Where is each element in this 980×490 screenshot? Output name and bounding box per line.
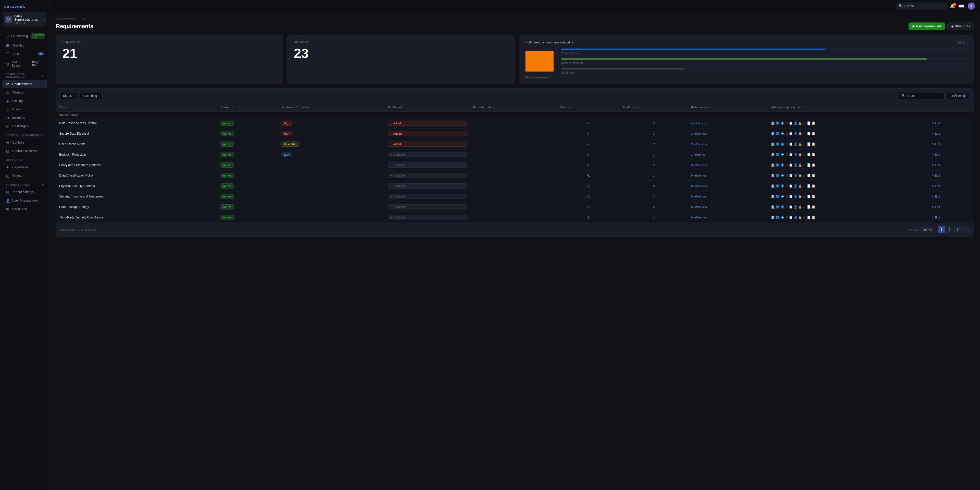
volatile-icon: ↑ (390, 121, 392, 124)
edit-button[interactable]: ✎ Edit (932, 205, 970, 209)
references-count: 0 references (691, 195, 707, 198)
page-3-button[interactable]: 3 (954, 226, 961, 233)
cell-status: Active (218, 150, 278, 160)
new-requirement-button[interactable]: ⊕ New requirement (908, 22, 945, 30)
cell-control: ✓ (557, 129, 620, 139)
col-references[interactable]: References ▾ (688, 103, 768, 112)
table-search[interactable]: 🔍 (899, 92, 945, 99)
pending-chart-label: Pending assessment (525, 76, 549, 79)
no-fulfilment-label: No fulfilment (561, 71, 968, 74)
references-count: 4 references (691, 121, 707, 124)
cell-control: ✓ (557, 160, 620, 171)
cell-status: Active (218, 118, 278, 129)
cell-references: 1 reference (688, 150, 768, 160)
affected-object-types: 🏛️ 🔵 💠 🖥 📋 👤 🔒 🖨 📄 📋 (771, 215, 926, 219)
sidebar-item-onboarding[interactable]: ⬡ Onboarding Complete now (2, 31, 48, 41)
table-search-input[interactable] (907, 94, 942, 97)
per-page-select[interactable]: 10 25 50 (921, 227, 933, 232)
control-ok-icon: ✓ (587, 121, 590, 125)
sidebar-item-requirements[interactable]: ⚖ Requirements (2, 80, 48, 88)
edit-button[interactable]: ✎ Edit (932, 142, 970, 146)
global-search[interactable]: 🔍 (896, 3, 947, 10)
cell-expiration (470, 118, 557, 129)
objects-icon: ◫ (6, 174, 10, 178)
sidebar-item-label: Findings (12, 99, 24, 103)
fulfilment-badge: ···Unknown (388, 184, 467, 188)
workspace-selector[interactable]: SS SaaS Superstructures Group, Inc. ▾ (3, 12, 47, 27)
collapse-icon[interactable]: ▾ (42, 159, 44, 162)
status-badge: Active (221, 152, 234, 157)
collapse-icon[interactable]: ▾ (42, 74, 44, 77)
sidebar-item-risks[interactable]: ◇ Risks (2, 105, 48, 113)
status-badge: Active (221, 173, 234, 178)
sidebar-item-capabilities[interactable]: ✦ Capabilities (2, 163, 48, 171)
language-flag[interactable] (959, 4, 964, 8)
sidebar-item-tenant-settings[interactable]: ⊟ Tenant settings (2, 188, 48, 196)
sidebar-item-challenges[interactable]: ⬡ Challenges (2, 122, 48, 130)
search-input[interactable] (904, 4, 944, 8)
sidebar-back-button[interactable]: ‹ (44, 4, 45, 9)
edit-button[interactable]: ✎ Edit (932, 163, 970, 167)
unknown-icon: ··· (390, 153, 393, 156)
col-title[interactable]: Title ▾ (56, 103, 218, 112)
sidebar-item-threats[interactable]: ⚠ Threats (2, 88, 48, 97)
sort-dropdown[interactable]: Ascending ▾ (80, 92, 103, 99)
cell-object-types: 🏛️ 🔵 💠 🖥 📋 👤 🔒 🖨 📄 📋 (768, 139, 929, 150)
page-header: Requirements ⊕ New requirement ◈ Bluepri… (56, 22, 974, 30)
cell-criticality (278, 181, 385, 192)
page-2-button[interactable]: 2 (946, 226, 953, 233)
sidebar-item-controls[interactable]: ⊛ Controls (2, 139, 48, 147)
collapse-icon[interactable]: ▾ (42, 134, 44, 137)
blueprints-button[interactable]: ◈ Blueprints (947, 22, 974, 30)
status-badge: Active (221, 215, 234, 220)
cell-edit: ✎ Edit (929, 150, 974, 160)
table-body: Status: Active Role-Based Access Control… (56, 112, 974, 223)
table-row: Data Backup Strategy Active ···Unknown ⊖… (56, 202, 974, 212)
sidebar-item-hub[interactable]: ⊞ The Hub (2, 41, 48, 49)
notification-bell[interactable]: 🔔 50 (950, 3, 955, 8)
sidebar-item-findings[interactable]: ◈ Findings (2, 97, 48, 105)
sidebar-item-vuca-score[interactable]: ◎ VUCA Score 35% | 34% (2, 58, 48, 70)
sidebar-item-tasks[interactable]: ☰ Tasks 14 (2, 50, 48, 58)
no-fulfilment-bar (561, 68, 683, 70)
sidebar-item-structures[interactable]: ⊞ Structures (2, 205, 48, 213)
control-ok-icon: ✓ (587, 163, 590, 168)
edit-button[interactable]: ✎ Edit (932, 195, 970, 198)
cell-references: 2 references (688, 139, 768, 150)
cell-criticality: Essential (278, 139, 385, 150)
user-avatar[interactable]: A (968, 3, 975, 10)
col-findings[interactable]: Findings ▾ (620, 103, 688, 112)
cell-status: Active (218, 181, 278, 192)
fulfillment-filter-dropdown[interactable]: All ▾ (956, 40, 967, 45)
sidebar-item-user-management[interactable]: 👤 User Management (2, 196, 48, 204)
sidebar-item-incidents[interactable]: ⊘ Incidents (2, 114, 48, 122)
page-1-button[interactable]: 1 (938, 226, 945, 233)
breadcrumb-list[interactable]: List (81, 18, 86, 21)
filter-button[interactable]: ⊟ Filter 0 (947, 92, 969, 99)
cell-control: ⊖ (557, 212, 620, 223)
chevron-down-icon: ▾ (43, 18, 45, 21)
sidebar-item-objects[interactable]: ◫ Objects (2, 172, 48, 180)
findings-ok-icon: ✓ (652, 205, 655, 209)
sidebar-item-control-objectives[interactable]: ◻ Control Objectives (2, 147, 48, 155)
breadcrumb-requirements[interactable]: Requirements (56, 18, 75, 21)
edit-button[interactable]: ✎ Edit (932, 174, 970, 177)
sidebar-item-label: Objects (12, 174, 23, 177)
edit-button[interactable]: ✎ Edit (932, 216, 970, 219)
affected-object-types: 🏛️ 🔵 💠 🖥 📋 👤 🔒 🖨 📄 📋 (771, 174, 926, 177)
sidebar-item-label: Capabilities (12, 166, 29, 169)
collapse-icon[interactable]: ▾ (42, 184, 44, 187)
cell-edit: ✎ Edit (929, 139, 974, 150)
col-status[interactable]: Status ▾ (218, 103, 278, 112)
col-control[interactable]: Control ▾ (557, 103, 620, 112)
sidebar-navigation: ⬡ Onboarding Complete now ⊞ The Hub ☰ Ta… (0, 30, 49, 490)
next-page-button[interactable]: › (963, 226, 969, 233)
edit-button[interactable]: ✎ Edit (932, 184, 970, 188)
status-filter-dropdown[interactable]: Status ▾ (60, 92, 77, 99)
table-row: Security Training and Awareness Active ·… (56, 192, 974, 202)
edit-button[interactable]: ✎ Edit (932, 121, 970, 125)
cell-title: Security Training and Awareness (56, 192, 218, 202)
edit-button[interactable]: ✎ Edit (932, 132, 970, 136)
control-ok-icon: ✓ (587, 132, 590, 136)
edit-button[interactable]: ✎ Edit (932, 153, 970, 156)
